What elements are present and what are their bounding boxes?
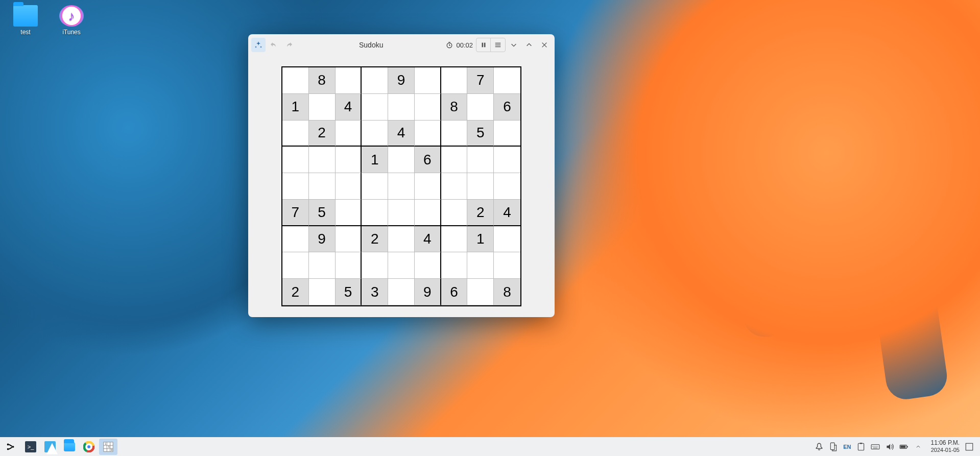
- sudoku-cell[interactable]: [441, 252, 468, 279]
- sudoku-cell[interactable]: [467, 147, 494, 173]
- sudoku-cell[interactable]: [494, 121, 520, 147]
- timer-display: 00:02: [446, 41, 473, 49]
- sudoku-cell[interactable]: [282, 121, 309, 147]
- sudoku-cell[interactable]: [388, 226, 415, 253]
- sudoku-cell[interactable]: [388, 173, 415, 200]
- tray-kde-connect[interactable]: [829, 442, 838, 451]
- sudoku-cell[interactable]: [441, 147, 468, 173]
- tray-show-desktop[interactable]: [965, 442, 974, 451]
- minimize-button[interactable]: [507, 38, 521, 52]
- sudoku-cell[interactable]: [309, 94, 336, 121]
- taskbar-app-chrome[interactable]: [80, 439, 98, 455]
- desktop-icon-label: test: [5, 29, 46, 36]
- svg-rect-2: [484, 43, 485, 47]
- sudoku-cell[interactable]: [388, 200, 415, 226]
- redo-button[interactable]: [282, 38, 296, 52]
- undo-button[interactable]: [267, 38, 281, 52]
- sudoku-cell[interactable]: [494, 67, 520, 94]
- sudoku-cell[interactable]: [282, 67, 309, 94]
- sudoku-cell[interactable]: [415, 252, 441, 279]
- sudoku-cell[interactable]: [441, 67, 468, 94]
- close-button[interactable]: [537, 38, 552, 52]
- desktop-wallpaper[interactable]: test ♪ iTunes Sudoku 00:02: [0, 0, 980, 456]
- sudoku-cell[interactable]: [441, 200, 468, 226]
- sudoku-cell[interactable]: [309, 252, 336, 279]
- sudoku-cell[interactable]: [494, 226, 520, 253]
- sudoku-cell[interactable]: [336, 121, 362, 147]
- sudoku-cell: 1: [467, 226, 494, 253]
- sudoku-cell[interactable]: [309, 173, 336, 200]
- sudoku-cell: 4: [336, 94, 362, 121]
- sudoku-cell[interactable]: [494, 173, 520, 200]
- desktop-icon-test[interactable]: test: [5, 5, 46, 36]
- sudoku-cell[interactable]: [362, 94, 388, 121]
- sudoku-cell[interactable]: [362, 173, 388, 200]
- sudoku-cell[interactable]: [415, 173, 441, 200]
- taskbar-app-files[interactable]: [60, 439, 79, 455]
- sudoku-cell[interactable]: [362, 121, 388, 147]
- taskbar-app-discover[interactable]: [41, 439, 59, 455]
- sudoku-cell[interactable]: [336, 173, 362, 200]
- sudoku-cell[interactable]: [388, 147, 415, 173]
- tray-clock[interactable]: 11:06 P.M. 2024-01-05: [931, 440, 960, 453]
- start-menu-button[interactable]: [2, 439, 20, 455]
- sudoku-cell[interactable]: [309, 279, 336, 305]
- sudoku-cell[interactable]: [336, 200, 362, 226]
- sudoku-cell[interactable]: [362, 67, 388, 94]
- sudoku-cell[interactable]: [336, 147, 362, 173]
- sudoku-cell[interactable]: [336, 67, 362, 94]
- tray-clipboard[interactable]: [856, 442, 866, 451]
- sudoku-cell[interactable]: [415, 94, 441, 121]
- chrome-icon: [83, 441, 94, 452]
- sudoku-cell[interactable]: [282, 173, 309, 200]
- maximize-button[interactable]: [522, 38, 536, 52]
- sudoku-cell: 1: [282, 94, 309, 121]
- sudoku-cell[interactable]: [282, 252, 309, 279]
- sudoku-cell: 2: [282, 279, 309, 305]
- sudoku-cell[interactable]: [282, 226, 309, 253]
- tray-battery[interactable]: [899, 442, 909, 451]
- menu-button[interactable]: [491, 38, 505, 52]
- sudoku-cell: 8: [441, 94, 468, 121]
- undo-icon: [270, 41, 278, 49]
- sudoku-cell[interactable]: [415, 67, 441, 94]
- pause-button[interactable]: [476, 38, 491, 52]
- sudoku-cell[interactable]: [494, 252, 520, 279]
- sudoku-cell[interactable]: [441, 173, 468, 200]
- sudoku-cell[interactable]: [388, 279, 415, 305]
- sudoku-cell[interactable]: [467, 173, 494, 200]
- sudoku-cell[interactable]: [309, 147, 336, 173]
- titlebar: Sudoku 00:02: [248, 34, 555, 56]
- taskbar-app-terminal[interactable]: >_: [21, 439, 40, 455]
- svg-point-4: [7, 448, 9, 450]
- sudoku-cell[interactable]: [336, 252, 362, 279]
- tray-volume[interactable]: [885, 442, 894, 451]
- desktop-icon-itunes[interactable]: ♪ iTunes: [51, 5, 92, 36]
- sudoku-cell: 9: [309, 226, 336, 253]
- svg-rect-17: [858, 443, 864, 450]
- timer-value: 00:02: [456, 41, 473, 49]
- sudoku-cell[interactable]: [388, 94, 415, 121]
- tray-language[interactable]: EN: [843, 444, 851, 450]
- sudoku-cell[interactable]: [415, 200, 441, 226]
- sudoku-cell[interactable]: [441, 226, 468, 253]
- taskbar-app-sudoku[interactable]: 159: [99, 439, 117, 455]
- sudoku-cell[interactable]: [336, 226, 362, 253]
- sudoku-cell[interactable]: [467, 252, 494, 279]
- tray-expand[interactable]: [914, 442, 923, 451]
- sudoku-cell[interactable]: [388, 252, 415, 279]
- tray-keyboard[interactable]: [871, 442, 880, 451]
- sudoku-cell[interactable]: [362, 252, 388, 279]
- highlighter-toggle[interactable]: [251, 38, 266, 52]
- sudoku-cell: 4: [388, 121, 415, 147]
- sudoku-cell[interactable]: [415, 121, 441, 147]
- tray-notifications[interactable]: [815, 442, 824, 451]
- sudoku-cell[interactable]: [282, 147, 309, 173]
- system-tray: EN 11:06 P.M. 2024-01-05: [815, 440, 978, 453]
- sudoku-cell[interactable]: [467, 94, 494, 121]
- sudoku-cell[interactable]: [494, 147, 520, 173]
- sudoku-cell[interactable]: [441, 121, 468, 147]
- svg-rect-23: [966, 443, 973, 450]
- sudoku-cell[interactable]: [362, 200, 388, 226]
- sudoku-cell[interactable]: [467, 279, 494, 305]
